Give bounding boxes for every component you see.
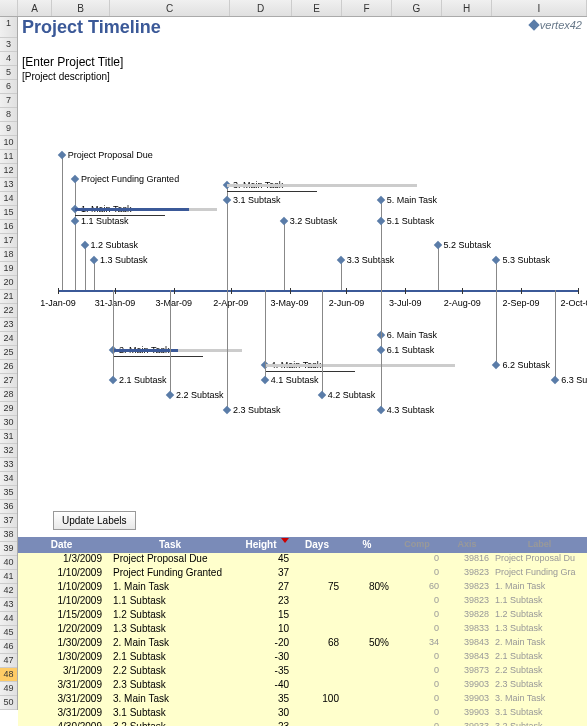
project-title-input[interactable]: [Enter Project Title] xyxy=(18,55,123,69)
row-header[interactable]: 7 xyxy=(0,94,17,108)
cell-axis[interactable]: 39933 xyxy=(442,721,492,726)
cell-label[interactable]: 2.2 Subtask xyxy=(492,665,587,679)
cell-task[interactable]: 1. Main Task xyxy=(110,581,230,595)
cell-pct[interactable]: 50% xyxy=(342,637,392,651)
row-header[interactable]: 9 xyxy=(0,122,17,136)
cell-task[interactable]: 1.3 Subtask xyxy=(110,623,230,637)
cell-label[interactable]: 3.1 Subtask xyxy=(492,707,587,721)
cell-date[interactable]: 1/10/2009 xyxy=(18,567,110,581)
cell-comp[interactable]: 0 xyxy=(392,623,442,637)
cell-pct[interactable] xyxy=(342,707,392,721)
cell-date[interactable]: 3/31/2009 xyxy=(18,693,110,707)
cell-days[interactable]: 68 xyxy=(292,637,342,651)
row-header[interactable]: 3 xyxy=(0,38,17,52)
cell-task[interactable]: 1.2 Subtask xyxy=(110,609,230,623)
cell-days[interactable] xyxy=(292,553,342,567)
row-header[interactable]: 14 xyxy=(0,192,17,206)
cell-pct[interactable] xyxy=(342,665,392,679)
cell-pct[interactable] xyxy=(342,693,392,707)
cell-axis[interactable]: 39823 xyxy=(442,595,492,609)
cell-height[interactable]: 23 xyxy=(230,595,292,609)
row-header[interactable]: 33 xyxy=(0,458,17,472)
cell-comp[interactable]: 0 xyxy=(392,721,442,726)
row-header[interactable]: 10 xyxy=(0,136,17,150)
row-header[interactable]: 6 xyxy=(0,80,17,94)
row-header[interactable]: 32 xyxy=(0,444,17,458)
cell-date[interactable]: 1/30/2009 xyxy=(18,651,110,665)
cell-date[interactable]: 3/1/2009 xyxy=(18,665,110,679)
cell-height[interactable]: 37 xyxy=(230,567,292,581)
cell-height[interactable]: 45 xyxy=(230,553,292,567)
cell-comp[interactable]: 0 xyxy=(392,679,442,693)
corner-cell[interactable] xyxy=(0,0,18,16)
table-row[interactable]: 1/10/20091. Main Task277580%60398231. Ma… xyxy=(18,581,587,595)
cell-comp[interactable]: 34 xyxy=(392,637,442,651)
cell-height[interactable]: -30 xyxy=(230,651,292,665)
th-date[interactable]: Date xyxy=(18,537,110,553)
comment-indicator-icon[interactable] xyxy=(281,538,289,543)
cell-label[interactable]: 1.1 Subtask xyxy=(492,595,587,609)
row-header[interactable]: 26 xyxy=(0,360,17,374)
row-header[interactable]: 15 xyxy=(0,206,17,220)
cell-pct[interactable] xyxy=(342,679,392,693)
row-header[interactable]: 11 xyxy=(0,150,17,164)
table-row[interactable]: 3/1/20092.2 Subtask-350398732.2 Subtask xyxy=(18,665,587,679)
cell-date[interactable]: 3/31/2009 xyxy=(18,707,110,721)
table-row[interactable]: 1/30/20092. Main Task-206850%34398432. M… xyxy=(18,637,587,651)
row-header[interactable]: 37 xyxy=(0,514,17,528)
cell-axis[interactable]: 39873 xyxy=(442,665,492,679)
row-header[interactable]: 5 xyxy=(0,66,17,80)
row-header[interactable]: 29 xyxy=(0,402,17,416)
cell-axis[interactable]: 39828 xyxy=(442,609,492,623)
cell-pct[interactable] xyxy=(342,609,392,623)
cell-days[interactable]: 100 xyxy=(292,693,342,707)
cell-days[interactable] xyxy=(292,665,342,679)
table-row[interactable]: 1/15/20091.2 Subtask150398281.2 Subtask xyxy=(18,609,587,623)
row-header[interactable]: 40 xyxy=(0,556,17,570)
cell-days[interactable] xyxy=(292,651,342,665)
cell-label[interactable]: 2.1 Subtask xyxy=(492,651,587,665)
cell-date[interactable]: 1/20/2009 xyxy=(18,623,110,637)
cell-days[interactable] xyxy=(292,707,342,721)
table-row[interactable]: 1/10/20091.1 Subtask230398231.1 Subtask xyxy=(18,595,587,609)
cell-axis[interactable]: 39903 xyxy=(442,679,492,693)
cell-comp[interactable]: 0 xyxy=(392,609,442,623)
cell-axis[interactable]: 39843 xyxy=(442,651,492,665)
row-header[interactable]: 24 xyxy=(0,332,17,346)
row-header[interactable]: 13 xyxy=(0,178,17,192)
row-header[interactable]: 44 xyxy=(0,612,17,626)
row-header[interactable]: 1 xyxy=(0,17,17,38)
cell-axis[interactable]: 39903 xyxy=(442,707,492,721)
cell-comp[interactable]: 0 xyxy=(392,693,442,707)
row-header[interactable]: 20 xyxy=(0,276,17,290)
row-header[interactable]: 21 xyxy=(0,290,17,304)
cell-days[interactable] xyxy=(292,595,342,609)
cell-pct[interactable] xyxy=(342,595,392,609)
cell-axis[interactable]: 39823 xyxy=(442,567,492,581)
row-header[interactable]: 45 xyxy=(0,626,17,640)
table-row[interactable]: 1/10/2009Project Funding Granted37039823… xyxy=(18,567,587,581)
cell-pct[interactable] xyxy=(342,553,392,567)
cell-date[interactable]: 3/31/2009 xyxy=(18,679,110,693)
cell-pct[interactable] xyxy=(342,651,392,665)
cell-date[interactable]: 1/3/2009 xyxy=(18,553,110,567)
row-header[interactable]: 27 xyxy=(0,374,17,388)
cell-axis[interactable]: 39833 xyxy=(442,623,492,637)
cell-pct[interactable] xyxy=(342,567,392,581)
row-header[interactable]: 48 xyxy=(0,668,17,682)
row-header[interactable]: 4 xyxy=(0,52,17,66)
cell-date[interactable]: 1/10/2009 xyxy=(18,581,110,595)
th-pct[interactable]: % xyxy=(342,537,392,553)
row-header[interactable]: 36 xyxy=(0,500,17,514)
cell-height[interactable]: 10 xyxy=(230,623,292,637)
update-labels-button[interactable]: Update Labels xyxy=(53,511,136,530)
cell-comp[interactable]: 60 xyxy=(392,581,442,595)
cell-label[interactable]: Project Proposal Du xyxy=(492,553,587,567)
table-row[interactable]: 1/3/2009Project Proposal Due45039816Proj… xyxy=(18,553,587,567)
col-header[interactable]: A xyxy=(18,0,52,16)
cell-height[interactable]: 23 xyxy=(230,721,292,726)
table-row[interactable]: 3/31/20093. Main Task351000399033. Main … xyxy=(18,693,587,707)
cell-axis[interactable]: 39823 xyxy=(442,581,492,595)
table-row[interactable]: 3/31/20093.1 Subtask300399033.1 Subtask xyxy=(18,707,587,721)
cell-height[interactable]: 30 xyxy=(230,707,292,721)
